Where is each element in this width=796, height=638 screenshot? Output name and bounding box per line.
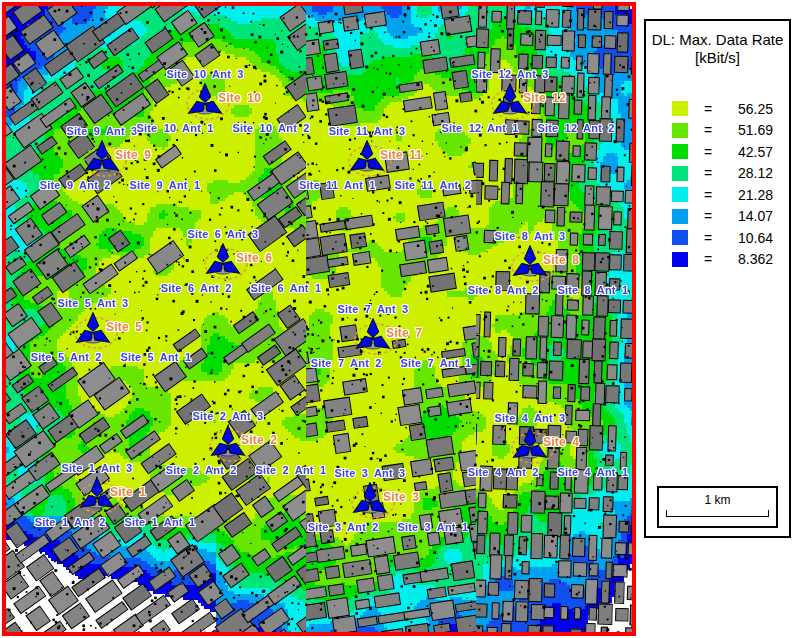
antenna-label: Site 4 Ant 2 Site 4 Ant 1 — [468, 466, 629, 479]
antenna-label: Site 3 Ant 2 Site 3 Ant 1 — [308, 521, 469, 534]
legend-equals: = — [701, 101, 715, 117]
antenna-label: Site 5 Ant 2 Site 5 Ant 1 — [31, 351, 192, 364]
legend-equals: = — [701, 230, 715, 246]
coverage-map-frame: Site 1 Ant 3Site 1Site 1 Ant 2 Site 1 An… — [2, 2, 636, 636]
scale-bar-label: 1 km — [659, 493, 776, 507]
antenna-label: Site 11 Ant 3 — [329, 125, 406, 138]
antenna-label: Site 2 Ant 3 — [193, 410, 264, 423]
legend-title: DL: Max. Data Rate [kBit/s] — [646, 31, 789, 67]
site-name-label: Site 9 — [115, 149, 151, 162]
site-name-label: Site 3 — [383, 491, 419, 504]
antenna-label: Site 11 Ant 1 Site 11 Ant 2 — [299, 179, 471, 192]
antenna-label: Site 12 Ant 3 — [471, 68, 548, 81]
legend-color-swatch — [672, 187, 688, 202]
antenna-label: Site 10 Ant 3 — [166, 68, 243, 81]
antenna-label: Site 7 Ant 2 Site 7 Ant 1 — [311, 357, 472, 370]
site-name-label: Site 11 — [380, 149, 422, 162]
site-name-label: Site 7 — [386, 327, 422, 340]
legend-equals: = — [701, 165, 715, 181]
legend-row: =56.25 — [646, 98, 789, 120]
legend-value: 56.25 — [715, 101, 773, 117]
legend-row: =21.28 — [646, 184, 789, 206]
antenna-label: Site 8 Ant 3 — [495, 230, 566, 243]
antenna-label: Site 9 Ant 2 Site 9 Ant 1 — [40, 179, 201, 192]
site-name-label: Site 10 — [218, 92, 261, 105]
site-name-label: Site 6 — [236, 252, 272, 265]
legend-equals: = — [701, 122, 715, 138]
antenna-label: Site 2 Ant 2 Site 2 Ant 1 — [166, 464, 327, 477]
scale-bar: 1 km — [657, 486, 778, 528]
legend-value: 51.69 — [715, 122, 773, 138]
legend-value: 42.57 — [715, 144, 773, 160]
antenna-label: Site 4 Ant 3 — [495, 412, 566, 425]
legend-value: 14.07 — [715, 208, 773, 224]
antenna-label: Site 6 Ant 2 Site 6 Ant 1 — [161, 282, 322, 295]
antenna-label: Site 7 Ant 3 — [338, 303, 409, 316]
antenna-label: Site 8 Ant 2 Site 8 Ant 1 — [468, 284, 629, 297]
site-name-label: Site 12 — [523, 92, 566, 105]
legend-color-swatch — [672, 101, 688, 116]
legend-value: 10.64 — [715, 230, 773, 246]
antenna-label: Site 9 Ant 3 — [67, 125, 138, 138]
legend-row: =42.57 — [646, 141, 789, 163]
antenna-label: Site 5 Ant 3 — [58, 297, 129, 310]
legend-panel: DL: Max. Data Rate [kBit/s] =56.25=51.69… — [644, 19, 791, 538]
legend-color-swatch — [672, 252, 688, 267]
legend-title-line2: [kBit/s] — [646, 49, 789, 67]
legend-color-swatch — [672, 123, 688, 138]
legend-equals: = — [701, 251, 715, 267]
antenna-label: Site 10 Ant 1 Site 10 Ant 2 — [136, 122, 309, 135]
legend-entries: =56.25=51.69=42.57=28.12=21.28=14.07=10.… — [646, 98, 789, 270]
legend-equals: = — [701, 187, 715, 203]
antenna-label: Site 1 Ant 2 Site 1 Ant 1 — [35, 516, 196, 529]
site-name-label: Site 1 — [110, 486, 146, 499]
site-name-label: Site 4 — [543, 436, 579, 449]
antenna-label: Site 12 Ant 1 Site 12 Ant 2 — [441, 122, 614, 135]
site-name-label: Site 5 — [106, 321, 142, 334]
legend-equals: = — [701, 144, 715, 160]
legend-row: =10.64 — [646, 227, 789, 249]
legend-row: =8.362 — [646, 249, 789, 271]
legend-color-swatch — [672, 209, 688, 224]
antenna-label: Site 6 Ant 3 — [188, 228, 259, 241]
legend-title-line1: DL: Max. Data Rate — [646, 31, 789, 49]
antenna-label: Site 1 Ant 3 — [62, 462, 133, 475]
legend-color-swatch — [672, 144, 688, 159]
legend-color-swatch — [672, 166, 688, 181]
legend-row: =28.12 — [646, 163, 789, 185]
legend-color-swatch — [672, 230, 688, 245]
legend-row: =14.07 — [646, 206, 789, 228]
antenna-label: Site 3 Ant 3 — [335, 467, 406, 480]
site-name-label: Site 2 — [241, 434, 277, 447]
legend-equals: = — [701, 208, 715, 224]
app-window: { "legend": { "title_line1": "DL: Max. D… — [0, 0, 796, 638]
site-name-label: Site 8 — [543, 254, 579, 267]
site-marker-layer: Site 1 Ant 3Site 1Site 1 Ant 2 Site 1 An… — [6, 6, 632, 632]
legend-row: =51.69 — [646, 120, 789, 142]
scale-bar-bracket — [666, 510, 769, 517]
legend-value: 8.362 — [715, 251, 773, 267]
legend-value: 21.28 — [715, 187, 773, 203]
legend-value: 28.12 — [715, 165, 773, 181]
